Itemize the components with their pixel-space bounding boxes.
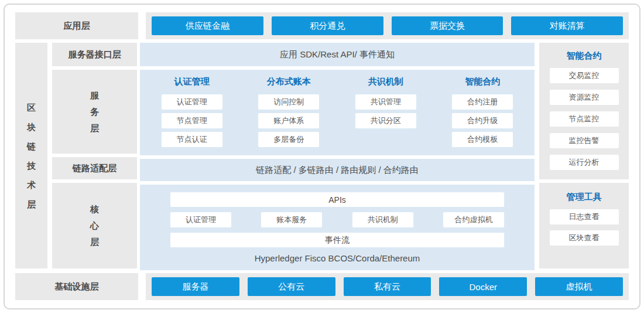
core-module: 认证管理 bbox=[170, 212, 231, 227]
management-tools-header: 管理工具 bbox=[567, 192, 602, 203]
infra-chip-private-cloud: 私有云 bbox=[344, 277, 431, 296]
right-side-column: 智能合约 交易监控 资源监控 节点监控 监控告警 运行分析 管理工具 日志查看 … bbox=[539, 43, 629, 268]
blockchain-tech-layer-label-text: 区块链技术层 bbox=[27, 98, 36, 214]
monitoring-panel: 智能合约 交易监控 资源监控 节点监控 监控告警 运行分析 bbox=[539, 43, 629, 179]
blockchain-tech-layer-label: 区块链技术层 bbox=[15, 43, 47, 268]
application-layer-label: 应用层 bbox=[15, 12, 138, 39]
management-tool-item: 区块查看 bbox=[550, 230, 619, 246]
infrastructure-layer-strip: 服务器 公有云 私有云 Docker 虚拟机 bbox=[146, 273, 629, 300]
core-module: 共识机制 bbox=[352, 212, 413, 227]
service-column-consensus-header: 共识机制 bbox=[368, 76, 403, 89]
interface-layer-label: 服务器接口层 bbox=[52, 43, 137, 66]
monitoring-item: 运行分析 bbox=[550, 155, 619, 170]
monitoring-item: 节点监控 bbox=[550, 111, 619, 127]
core-platforms-text: Hyperledger Fisco BCOS/Corda/Ethereum bbox=[170, 253, 504, 263]
service-item: 认证管理 bbox=[162, 94, 222, 110]
infrastructure-layer-row: 基础设施层 服务器 公有云 私有云 Docker 虚拟机 bbox=[15, 273, 629, 300]
management-tools-panel: 管理工具 日志查看 区块查看 bbox=[539, 183, 629, 268]
service-item: 共识管理 bbox=[355, 94, 416, 110]
service-item: 合约升级 bbox=[452, 113, 513, 128]
interface-layer-content: 应用 SDK/Rest API/ 事件通知 bbox=[140, 43, 535, 66]
application-layer-row: 应用层 供应链金融 积分通兑 票据交换 对账清算 bbox=[15, 12, 629, 39]
core-layer-label: 核心层 bbox=[52, 183, 137, 268]
core-modules-row: 认证管理 账本服务 共识机制 合约虚拟机 bbox=[170, 212, 504, 227]
infra-chip-vm: 虚拟机 bbox=[535, 277, 623, 296]
service-item: 共识分区 bbox=[355, 113, 416, 128]
service-column-smart-contract-header: 智能合约 bbox=[465, 76, 500, 89]
link-adapter-layer-content: 链路适配 / 多链路由 / 路由规则 / 合约路由 bbox=[140, 159, 535, 181]
infra-chip-server: 服务器 bbox=[152, 277, 239, 296]
service-item: 多层备份 bbox=[258, 132, 319, 147]
management-tool-item: 日志查看 bbox=[550, 209, 619, 224]
service-item: 访问控制 bbox=[258, 94, 319, 110]
blockchain-tech-layer-row: 区块链技术层 服务器接口层 服务层 链路适配层 核心层 应用 SDK/Rest … bbox=[15, 43, 629, 268]
service-layer-label: 服务层 bbox=[52, 70, 137, 154]
monitoring-item: 资源监控 bbox=[550, 90, 619, 105]
service-item: 节点管理 bbox=[162, 113, 222, 128]
infra-chip-public-cloud: 公有云 bbox=[248, 277, 335, 296]
service-item: 合约注册 bbox=[452, 94, 513, 110]
application-layer-strip: 供应链金融 积分通兑 票据交换 对账清算 bbox=[146, 12, 629, 39]
sub-layer-labels-column: 服务器接口层 服务层 链路适配层 核心层 bbox=[52, 43, 137, 268]
service-column-ledger-header: 分布式账本 bbox=[267, 76, 311, 89]
monitoring-item: 交易监控 bbox=[550, 68, 619, 83]
service-column-smart-contract: 智能合约 合约注册 合约升级 合约模板 bbox=[434, 76, 532, 151]
link-adapter-layer-label: 链路适配层 bbox=[52, 157, 137, 179]
core-module: 合约虚拟机 bbox=[443, 212, 504, 227]
service-item: 节点认证 bbox=[162, 132, 222, 147]
monitoring-panel-header: 智能合约 bbox=[567, 50, 602, 62]
layer-content-column: 应用 SDK/Rest API/ 事件通知 认证管理 认证管理 节点管理 节点认… bbox=[140, 43, 535, 268]
app-chip-points-exchange: 积分通兑 bbox=[272, 16, 383, 35]
service-layer-label-text: 服务层 bbox=[90, 87, 100, 137]
core-module: 账本服务 bbox=[261, 212, 322, 227]
core-apis-bar: APIs bbox=[170, 192, 504, 207]
app-chip-bill-exchange: 票据交换 bbox=[392, 16, 503, 35]
service-column-consensus: 共识机制 共识管理 共识分区 bbox=[337, 76, 434, 151]
core-layer-label-text: 核心层 bbox=[90, 201, 100, 250]
service-column-ledger: 分布式账本 访问控制 账户体系 多层备份 bbox=[241, 76, 338, 151]
service-item: 账户体系 bbox=[258, 113, 319, 128]
service-layer-panel: 认证管理 认证管理 节点管理 节点认证 分布式账本 访问控制 账户体系 多层备份… bbox=[140, 70, 535, 155]
app-chip-reconciliation: 对账清算 bbox=[511, 16, 623, 35]
core-layer-panel: APIs 认证管理 账本服务 共识机制 合约虚拟机 事件流 Hyperledge… bbox=[140, 185, 535, 270]
architecture-diagram-frame: 应用层 供应链金融 积分通兑 票据交换 对账清算 区块链技术层 服务器接口层 服… bbox=[4, 4, 640, 309]
app-chip-supply-chain-finance: 供应链金融 bbox=[152, 16, 263, 35]
service-column-auth-header: 认证管理 bbox=[174, 76, 210, 89]
infrastructure-layer-label: 基础设施层 bbox=[15, 273, 138, 300]
core-event-stream-bar: 事件流 bbox=[170, 233, 504, 247]
infra-chip-docker: Docker bbox=[439, 277, 527, 296]
monitoring-item: 监控告警 bbox=[550, 133, 619, 148]
service-column-auth: 认证管理 认证管理 节点管理 节点认证 bbox=[143, 76, 241, 151]
service-item: 合约模板 bbox=[452, 132, 513, 147]
